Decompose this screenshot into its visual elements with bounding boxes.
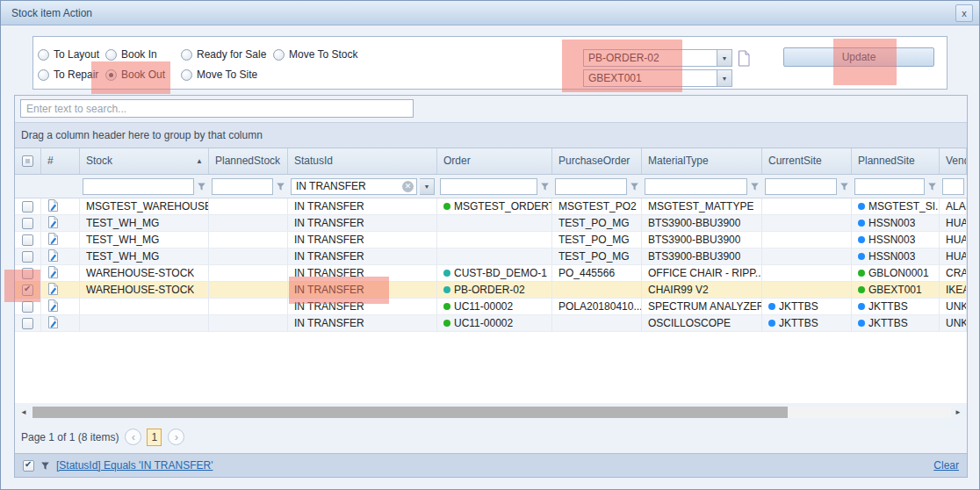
edit-icon[interactable]	[47, 233, 58, 248]
new-document-icon[interactable]	[737, 49, 753, 67]
column-header-statusid[interactable]: StatusId	[288, 148, 437, 174]
clear-filter-link[interactable]: Clear	[933, 459, 959, 472]
group-by-panel[interactable]: Drag a column header here to group by th…	[15, 122, 967, 148]
chevron-down-icon[interactable]: ▼	[420, 178, 435, 195]
edit-icon[interactable]	[47, 283, 58, 298]
filter-funnel-icon[interactable]	[276, 182, 285, 191]
column-header-purchaseorder[interactable]: PurchaseOrder	[552, 148, 642, 174]
row-checkbox[interactable]	[22, 234, 33, 246]
filter-funnel-icon[interactable]	[197, 182, 206, 191]
row-checkbox[interactable]	[22, 201, 33, 213]
table-row[interactable]: TEST_WH_MG IN TRANSFER TEST_PO_MG BTS390…	[15, 249, 967, 265]
edit-icon[interactable]	[47, 316, 58, 331]
table-row[interactable]: WAREHOUSE-STOCK IN TRANSFER PB-ORDER-02 …	[15, 282, 967, 299]
cell-stock: WAREHOUSE-STOCK	[80, 265, 209, 281]
pager: Page 1 of 1 (8 items) ‹ 1 ›	[15, 421, 967, 453]
cell-currentsite	[762, 232, 852, 248]
radio-icon	[105, 49, 117, 61]
edit-icon[interactable]	[47, 266, 58, 281]
column-header-order[interactable]: Order	[437, 148, 552, 174]
site-dropdown[interactable]: GBEXT001 ▼	[583, 69, 732, 87]
edit-icon[interactable]	[47, 249, 58, 264]
scrollbar-thumb[interactable]	[32, 407, 788, 418]
chevron-down-icon[interactable]: ▼	[717, 70, 731, 86]
stock-filter-input[interactable]	[83, 178, 194, 195]
select-all-checkbox[interactable]	[22, 155, 33, 167]
cell-order	[437, 249, 552, 264]
filter-cell-statusid: IN TRANSFER ✕ ▼	[288, 175, 437, 198]
filter-enabled-checkbox[interactable]	[23, 460, 34, 472]
radio-to-layout[interactable]: To Layout	[38, 48, 99, 61]
plannedstock-filter-input[interactable]	[212, 178, 273, 195]
radio-move-to-site[interactable]: Move To Site	[181, 68, 257, 81]
cell-stock: TEST_WH_MG	[80, 249, 209, 264]
scroll-left-icon[interactable]: ◄	[18, 408, 29, 416]
cell-plannedstock	[209, 249, 288, 264]
column-header-vendor[interactable]: Vendor	[940, 148, 967, 174]
order-filter-input[interactable]	[440, 178, 537, 195]
filter-funnel-icon[interactable]	[839, 182, 849, 191]
radio-icon	[181, 49, 192, 61]
active-filter-link[interactable]: [StatusId] Equals 'IN TRANSFER'	[56, 459, 213, 472]
filter-funnel-icon[interactable]	[630, 182, 639, 191]
vendor-filter-input[interactable]	[942, 178, 964, 195]
status-dot	[858, 286, 865, 293]
filter-cell-order	[437, 175, 552, 198]
close-button[interactable]: x	[955, 4, 973, 22]
radio-book-in[interactable]: Book In	[105, 48, 157, 61]
cell-currentsite	[762, 249, 852, 264]
status-dot	[768, 320, 775, 327]
cell-vendor: HUAW	[940, 232, 967, 248]
plannedsite-filter-input[interactable]	[854, 178, 925, 195]
radio-move-to-stock[interactable]: Move To Stock	[273, 48, 357, 61]
action-toolbar: To Layout Book In Ready for Sale Move To…	[32, 36, 948, 90]
table-row[interactable]: TEST_WH_MG IN TRANSFER TEST_PO_MG BTS390…	[15, 232, 967, 249]
radio-ready-for-sale[interactable]: Ready for Sale	[181, 48, 266, 61]
row-checkbox[interactable]	[22, 251, 33, 263]
materialtype-filter-input[interactable]	[645, 178, 747, 195]
row-edit-cell	[41, 282, 80, 298]
cell-vendor: HUAW	[940, 215, 967, 231]
row-checkbox[interactable]	[22, 218, 33, 229]
column-header-materialtype[interactable]: MaterialType	[642, 148, 762, 174]
table-row[interactable]: IN TRANSFER UC11-00002 OSCILLOSCOPE JKTT…	[15, 315, 967, 332]
edit-icon[interactable]	[47, 216, 58, 231]
filter-funnel-icon[interactable]	[540, 182, 550, 191]
column-header-currentsite[interactable]: CurrentSite	[762, 148, 852, 174]
update-button[interactable]: Update	[783, 47, 934, 67]
edit-icon[interactable]	[47, 299, 58, 314]
table-row[interactable]: IN TRANSFER UC11-00002 POLA20180410... S…	[15, 299, 967, 315]
clear-filter-value-icon[interactable]: ✕	[402, 181, 414, 192]
radio-to-repair[interactable]: To Repair	[38, 68, 98, 81]
table-row[interactable]: MSGTEST_WAREHOUSE1 IN TRANSFER MSGTEST_O…	[15, 198, 967, 215]
filter-funnel-icon[interactable]	[750, 182, 760, 191]
current-page-button[interactable]: 1	[147, 429, 162, 446]
scroll-right-icon[interactable]: ►	[953, 408, 963, 416]
chevron-down-icon[interactable]: ▼	[717, 50, 731, 66]
row-checkbox[interactable]	[22, 301, 33, 313]
next-page-button[interactable]: ›	[168, 429, 184, 445]
statusid-filter-input[interactable]: IN TRANSFER ✕	[291, 178, 417, 195]
purchaseorder-filter-input[interactable]	[555, 178, 627, 195]
prev-page-button[interactable]: ‹	[125, 429, 141, 445]
search-input[interactable]	[20, 99, 414, 118]
row-checkbox[interactable]	[22, 318, 33, 329]
scrollbar-track[interactable]	[31, 407, 951, 418]
currentsite-filter-input[interactable]	[765, 178, 837, 195]
column-header-stock[interactable]: Stock▲	[80, 148, 209, 174]
filter-funnel-icon[interactable]	[927, 182, 937, 191]
cell-plannedstock	[209, 215, 288, 231]
order-dropdown[interactable]: PB-ORDER-02 ▼	[583, 49, 732, 67]
table-row[interactable]: WAREHOUSE-STOCK IN TRANSFER CUST-BD_DEMO…	[15, 265, 967, 282]
table-row[interactable]: TEST_WH_MG IN TRANSFER TEST_PO_MG BTS390…	[15, 215, 967, 232]
radio-book-out[interactable]: Book Out	[105, 68, 165, 81]
row-checkbox[interactable]	[22, 285, 33, 296]
column-header-plannedsite[interactable]: PlannedSite	[852, 148, 940, 174]
column-header-plannedstock[interactable]: PlannedStock	[209, 148, 288, 174]
row-checkbox[interactable]	[22, 268, 33, 279]
column-header-num[interactable]: #	[41, 148, 80, 174]
select-all-header[interactable]	[15, 148, 41, 174]
pager-summary: Page 1 of 1 (8 items)	[21, 431, 119, 443]
filter-cell-materialtype	[642, 175, 762, 198]
edit-icon[interactable]	[47, 199, 58, 214]
